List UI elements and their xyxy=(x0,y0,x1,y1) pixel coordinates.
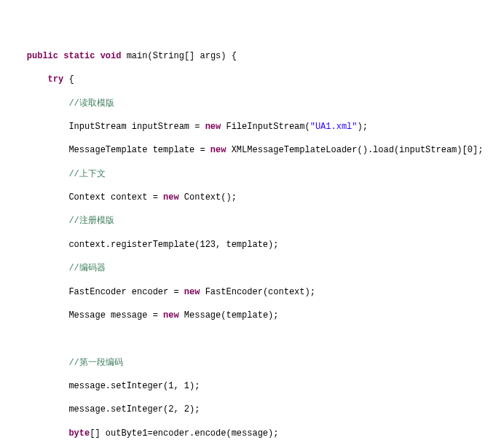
number: 123 xyxy=(200,240,216,250)
code-line: //注册模版 xyxy=(6,215,504,227)
text: , template); xyxy=(216,240,278,250)
text: { xyxy=(63,74,74,85)
text: ); xyxy=(358,122,368,132)
text: MessageTemplate template = xyxy=(68,145,210,155)
text: InputStream inputStream = xyxy=(68,122,205,132)
keyword: new xyxy=(210,145,227,155)
code-line: public static void main(String[] args) { xyxy=(6,50,504,62)
keyword: public xyxy=(27,51,58,61)
code-line: message.setInteger(2, 2); xyxy=(6,404,504,415)
code-line: try { xyxy=(6,74,504,85)
number: 2 xyxy=(184,404,189,415)
code-line: //编码器 xyxy=(6,262,504,274)
code-line: context.registerTemplate(123, template); xyxy=(6,239,504,251)
number: 0 xyxy=(468,145,473,155)
text: message.setInteger( xyxy=(68,381,168,391)
keyword: static xyxy=(63,51,95,61)
code-line: MessageTemplate template = new XMLMessag… xyxy=(6,144,504,156)
code-line: message.setInteger(1, 1); xyxy=(6,380,504,392)
keyword: new xyxy=(205,122,221,132)
text: FastEncoder(context); xyxy=(200,287,315,297)
text: XMLMessageTemplateLoader().load(inputStr… xyxy=(226,145,467,155)
text: , xyxy=(173,404,184,415)
text: Context context = xyxy=(68,192,163,203)
text: message.setInteger( xyxy=(68,404,168,415)
code-line: byte[] outByte1=encoder.encode(message); xyxy=(6,428,504,439)
number: 1 xyxy=(184,381,189,391)
code-line xyxy=(6,333,504,345)
string: "UA1.xml" xyxy=(310,122,358,132)
keyword: new xyxy=(163,192,179,203)
keyword: try xyxy=(48,74,64,85)
comment: //第一段编码 xyxy=(68,358,122,368)
keyword: void xyxy=(101,51,122,61)
text: Message(template); xyxy=(179,310,279,321)
text: ); xyxy=(189,404,200,415)
code-line: //第一段编码 xyxy=(6,357,504,369)
text: ); xyxy=(189,381,200,391)
code-line: //上下文 xyxy=(6,168,504,180)
keyword: byte xyxy=(68,428,90,439)
text: [] outByte1=encoder.encode(message); xyxy=(90,428,278,439)
code-line: Context context = new Context(); xyxy=(6,192,504,203)
text: ]; xyxy=(473,145,483,155)
text: Message message = xyxy=(68,310,163,321)
text: context.registerTemplate( xyxy=(68,240,200,250)
text: FileInputStream( xyxy=(221,122,310,132)
keyword: new xyxy=(163,310,179,321)
code-line: InputStream inputStream = new FileInputS… xyxy=(6,121,504,133)
keyword: new xyxy=(184,287,200,297)
code-line: //读取模版 xyxy=(6,98,504,109)
code-line: FastEncoder encoder = new FastEncoder(co… xyxy=(6,286,504,298)
comment: //上下文 xyxy=(68,169,105,179)
comment: //编码器 xyxy=(68,263,105,273)
text: main(String[] args) { xyxy=(121,51,236,61)
comment: //注册模版 xyxy=(68,216,114,226)
text: , xyxy=(173,381,184,391)
comment: //读取模版 xyxy=(68,98,114,109)
code-line: Message message = new Message(template); xyxy=(6,310,504,321)
text: FastEncoder encoder = xyxy=(68,287,184,297)
text: Context(); xyxy=(179,192,237,203)
